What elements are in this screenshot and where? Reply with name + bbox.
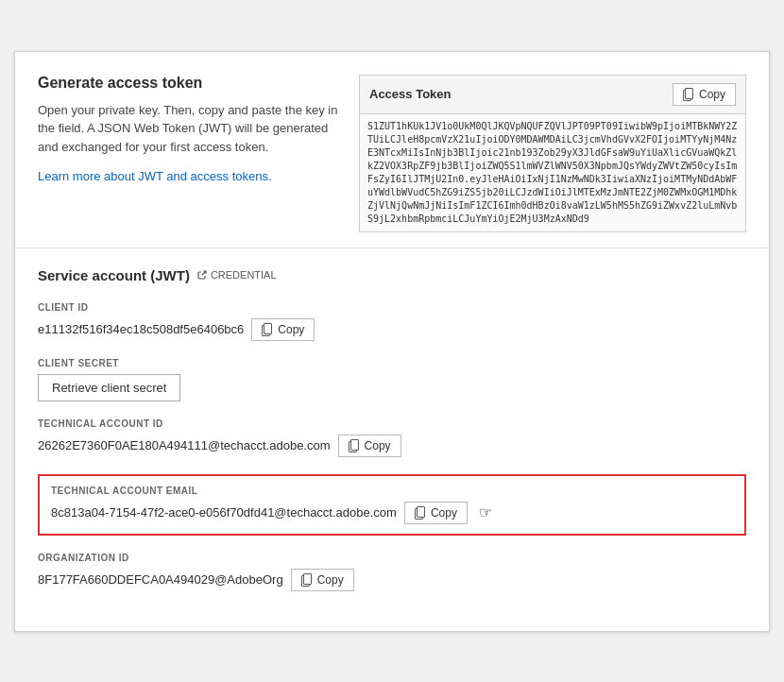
client-id-value: e11132f516f34ec18c508df5e6406bc6 [38, 322, 244, 336]
credential-badge: CREDENTIAL [197, 269, 277, 281]
copy-icon [415, 506, 426, 520]
hand-cursor-icon: ☞ [479, 503, 492, 521]
copy-icon [349, 439, 360, 452]
access-token-label: Access Token [369, 87, 451, 101]
generate-token-section: Generate access token Open your private … [15, 52, 769, 248]
main-container: Generate access token Open your private … [14, 51, 770, 632]
token-header: Access Token Copy [360, 76, 745, 114]
service-account-header: Service account (JWT) CREDENTIAL [38, 267, 746, 283]
organization-id-group: ORGANIZATION ID 8F177FA660DDEFCA0A494029… [38, 553, 746, 591]
technical-account-email-row: 8c813a04-7154-47f2-ace0-e056f70dfd41@tec… [51, 502, 733, 524]
technical-account-email-label: TECHNICAL ACCOUNT EMAIL [51, 486, 733, 496]
generate-token-description: Open your private key. Then, copy and pa… [38, 101, 340, 157]
access-token-panel: Access Token Copy S1ZUT1hKUk1JV1o0UkM0Ql… [359, 75, 746, 232]
service-account-title: Service account (JWT) [38, 267, 190, 283]
token-description: Generate access token Open your private … [38, 75, 340, 232]
svg-rect-7 [417, 506, 424, 517]
svg-rect-9 [303, 573, 311, 584]
client-secret-label: CLIENT SECRET [38, 358, 746, 368]
organization-id-copy-button[interactable]: Copy [291, 569, 354, 591]
organization-id-row: 8F177FA660DDEFCA0A494029@AdobeOrg Copy [38, 569, 746, 591]
client-id-row: e11132f516f34ec18c508df5e6406bc6 Copy [38, 318, 746, 341]
organization-id-label: ORGANIZATION ID [38, 553, 746, 563]
technical-account-id-value: 26262E7360F0AE180A494111@techacct.adobe.… [38, 438, 331, 452]
technical-account-email-group: TECHNICAL ACCOUNT EMAIL 8c813a04-7154-47… [38, 474, 746, 536]
technical-account-id-copy-button[interactable]: Copy [338, 435, 401, 457]
token-copy-button[interactable]: Copy [673, 83, 736, 106]
technical-account-email-value: 8c813a04-7154-47f2-ace0-e056f70dfd41@tec… [51, 505, 397, 520]
technical-account-id-label: TECHNICAL ACCOUNT ID [38, 418, 746, 429]
technical-account-id-group: TECHNICAL ACCOUNT ID 26262E7360F0AE180A4… [38, 418, 746, 457]
svg-rect-5 [350, 439, 358, 450]
copy-icon [301, 573, 313, 587]
token-content: S1ZUT1hKUk1JV1o0UkM0QlJKQVpNQUFZQVlJPT09… [360, 114, 745, 231]
technical-account-id-row: 26262E7360F0AE180A494111@techacct.adobe.… [38, 435, 746, 457]
copy-icon [262, 323, 273, 336]
client-secret-group: CLIENT SECRET Retrieve client secret [38, 358, 746, 401]
organization-id-value: 8F177FA660DDEFCA0A494029@AdobeOrg [38, 572, 283, 587]
svg-rect-1 [685, 88, 692, 98]
client-id-label: CLIENT ID [38, 302, 746, 313]
link-icon [197, 270, 207, 280]
service-account-section: Service account (JWT) CREDENTIAL CLIENT … [15, 248, 769, 631]
generate-token-title: Generate access token [38, 75, 340, 92]
technical-account-email-copy-button[interactable]: Copy [404, 502, 468, 524]
copy-icon [683, 88, 694, 101]
svg-rect-3 [264, 323, 272, 333]
jwt-learn-more-link[interactable]: Learn more about JWT and access tokens. [38, 169, 272, 183]
client-id-copy-button[interactable]: Copy [251, 318, 315, 341]
client-id-group: CLIENT ID e11132f516f34ec18c508df5e6406b… [38, 302, 746, 341]
retrieve-client-secret-button[interactable]: Retrieve client secret [38, 374, 180, 401]
